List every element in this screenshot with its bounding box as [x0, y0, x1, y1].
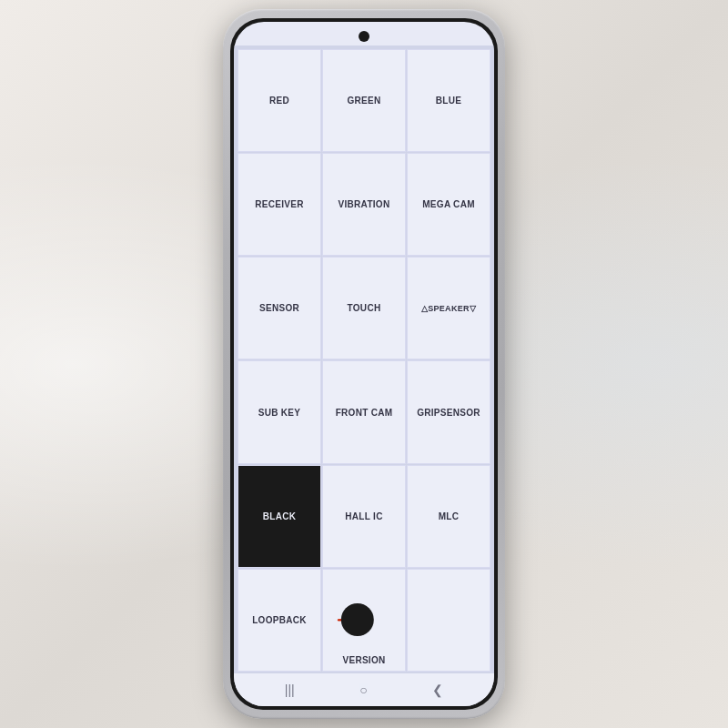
grid-cell-touch[interactable]: TOUCH	[322, 257, 406, 359]
phone-shell: RED GREEN BLUE RECEIVER VI	[223, 9, 505, 719]
scene: RED GREEN BLUE RECEIVER VI	[0, 0, 728, 728]
punch-hole-camera	[359, 31, 369, 42]
grid-cell-blue[interactable]: BLUE	[407, 49, 490, 152]
back-button[interactable]: ❮	[432, 682, 443, 697]
test-menu-grid: RED GREEN BLUE RECEIVER VI	[234, 46, 494, 673]
grid-cell-loopback[interactable]: LOOPBACK	[238, 569, 321, 672]
grid-cell-speaker[interactable]: △SPEAKER▽	[407, 257, 490, 359]
phone-screen: RED GREEN BLUE RECEIVER VI	[234, 22, 494, 706]
phone-wrapper: RED GREEN BLUE RECEIVER VI	[223, 9, 505, 719]
recents-button[interactable]: |||	[285, 682, 295, 697]
grid-cell-empty	[407, 569, 490, 672]
screen-bezel: RED GREEN BLUE RECEIVER VI	[230, 18, 498, 710]
grid-cell-mega-cam[interactable]: MEGA CAM	[407, 153, 490, 256]
grid-cell-grip-sensor[interactable]: GRIPSENSOR	[407, 360, 490, 463]
grid-cell-black[interactable]: BLACK	[238, 465, 321, 568]
navigation-bar: ||| ○ ❮	[234, 673, 494, 706]
grid-cell-mlc[interactable]: MLC	[407, 465, 490, 568]
grid-cell-receiver[interactable]: RECEIVER	[238, 153, 321, 256]
grid-cell-sensor[interactable]: SENSOR	[238, 257, 321, 359]
home-button[interactable]: ○	[359, 682, 367, 697]
grid-cell-red[interactable]: RED	[238, 49, 321, 152]
grid-cell-front-cam[interactable]: FRONT CAM	[322, 360, 406, 463]
grid-cell-vibration[interactable]: VIBRATION	[322, 153, 406, 256]
grid-cell-version[interactable]: ➜ VERSION	[322, 569, 406, 672]
grid-cell-hall-ic[interactable]: HALL IC	[322, 465, 406, 568]
grid-cell-sub-key[interactable]: SUB KEY	[238, 360, 321, 463]
grid-cell-green[interactable]: GREEN	[322, 49, 406, 152]
version-black-circle	[341, 603, 374, 636]
